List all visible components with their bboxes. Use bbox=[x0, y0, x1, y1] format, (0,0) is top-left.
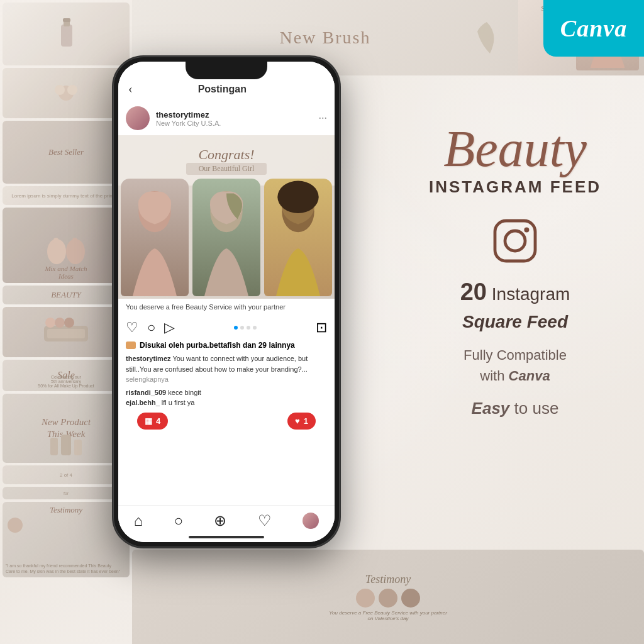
congrats-sub-text: Our Beautiful Girl bbox=[186, 163, 267, 175]
collage-item: BEAUTY bbox=[3, 286, 130, 304]
compatible-text: Fully Compatible with Canva bbox=[411, 345, 619, 386]
bottom-collage-testimony: Testimony You deserve a Free Beauty Serv… bbox=[132, 550, 644, 644]
back-button[interactable]: ‹ bbox=[128, 82, 133, 96]
congrats-text: Congrats! bbox=[198, 147, 254, 163]
compatible-line2: with bbox=[480, 368, 504, 384]
instagram-feed-label: INSTAGRAM FEED bbox=[411, 177, 619, 197]
svg-rect-11 bbox=[47, 329, 85, 338]
svg-rect-8 bbox=[53, 238, 58, 244]
right-content: Beauty INSTAGRAM FEED 20 Instagram Squar… bbox=[411, 126, 619, 418]
collage-item bbox=[3, 3, 130, 65]
profile-nav-button[interactable] bbox=[303, 513, 319, 529]
bookmark-button[interactable]: ⊡ bbox=[316, 319, 327, 336]
count-row: 20 Instagram bbox=[411, 279, 619, 306]
post-options-button[interactable]: ··· bbox=[319, 112, 328, 125]
post-caption: You deserve a free Beauty Service with y… bbox=[118, 299, 335, 316]
canva-compatible-label: Canva bbox=[509, 368, 550, 384]
heart-icon: ♥ bbox=[295, 416, 300, 426]
carousel-indicator bbox=[184, 326, 307, 330]
collage-item: Lorem ipsum is simply dummy text of the … bbox=[3, 186, 130, 205]
canva-badge: Canva bbox=[543, 0, 644, 57]
svg-point-26 bbox=[524, 227, 529, 232]
easy-text: Easy to use bbox=[411, 399, 619, 418]
collage-item bbox=[3, 307, 130, 357]
collage-item: Testimony "I am so thankful my friend re… bbox=[3, 502, 130, 577]
home-indicator bbox=[189, 536, 264, 538]
post-actions: ♡ ○ ▷ ⊡ bbox=[118, 316, 335, 340]
instagram-icon bbox=[490, 216, 540, 266]
likes-row: Disukai oleh purba.bettafish dan 29 lain… bbox=[118, 340, 335, 351]
add-nav-button[interactable]: ⊕ bbox=[214, 512, 226, 530]
count-label: Instagram bbox=[492, 284, 570, 304]
collage-item: 2 of 4 bbox=[3, 465, 130, 484]
comment-1-text: kece bingit bbox=[168, 389, 201, 396]
main-caption: thestorytimez You want to connect with y… bbox=[118, 351, 335, 387]
beauty-label: BEAUTY bbox=[51, 290, 81, 300]
left-collage-panel: Best Seller Lorem ipsum is simply dummy … bbox=[0, 0, 132, 644]
phone-outer: ‹ Postingan thestorytimez New York City … bbox=[113, 57, 340, 547]
collage-item bbox=[3, 68, 130, 118]
liked-by-text: Disukai oleh purba.bettafish dan 29 lain… bbox=[140, 341, 295, 350]
see-more-link[interactable]: selengkapnya bbox=[126, 375, 169, 383]
svg-rect-15 bbox=[50, 438, 58, 455]
like-button[interactable]: ♡ bbox=[126, 319, 138, 336]
phone-notch bbox=[186, 62, 267, 79]
search-nav-button[interactable]: ○ bbox=[174, 513, 184, 530]
comment-1: risfandi_509 kece bingit bbox=[118, 387, 335, 397]
instagram-icon-container bbox=[411, 216, 619, 266]
message-icon: ▦ bbox=[145, 416, 152, 426]
svg-rect-0 bbox=[61, 25, 72, 47]
girl-wendy-photo: WENDY bbox=[192, 179, 260, 296]
beauty-title: Beauty bbox=[411, 126, 619, 172]
message-notification: ▦ 4 bbox=[137, 413, 168, 430]
collage-item: for bbox=[3, 487, 130, 499]
svg-point-18 bbox=[8, 518, 23, 533]
caption-username[interactable]: thestorytimez bbox=[126, 355, 171, 362]
girl-sarah-photo: SARAH bbox=[121, 179, 189, 296]
post-image: Congrats! Our Beautiful Girl SARAH bbox=[118, 135, 335, 299]
svg-point-25 bbox=[505, 231, 525, 251]
home-nav-button[interactable]: ⌂ bbox=[134, 513, 143, 530]
svg-rect-2 bbox=[63, 18, 70, 22]
username[interactable]: thestorytimez bbox=[156, 110, 313, 119]
mix-match-label: Mix and MatchIdeas bbox=[45, 265, 87, 280]
screen-title: Postingan bbox=[198, 84, 247, 95]
commenter-2[interactable]: ejal.behh_ bbox=[126, 399, 160, 406]
collage-item: New ProductThis Week bbox=[3, 394, 130, 463]
user-avatar bbox=[126, 106, 150, 130]
svg-point-5 bbox=[67, 85, 77, 95]
message-count: 4 bbox=[156, 416, 160, 426]
svg-rect-17 bbox=[74, 440, 82, 455]
compatible-line1: Fully Compatible bbox=[464, 347, 567, 363]
activity-nav-button[interactable]: ♡ bbox=[258, 512, 272, 530]
dot-2 bbox=[240, 326, 244, 330]
location: New York City U.S.A. bbox=[156, 119, 313, 127]
dot-3 bbox=[247, 326, 250, 330]
dot-1 bbox=[234, 326, 238, 330]
svg-point-14 bbox=[64, 318, 74, 328]
collage-item: Sale Celebrating our5th anniversary50% f… bbox=[3, 360, 130, 391]
like-count: 1 bbox=[304, 416, 308, 426]
testimony-label: Testimony bbox=[50, 505, 82, 515]
girl-chloe-photo: CHLOE bbox=[264, 179, 332, 296]
svg-rect-9 bbox=[72, 238, 77, 244]
easy-italic-label: Easy bbox=[472, 399, 510, 418]
commenter-1[interactable]: risfandi_509 bbox=[126, 389, 166, 396]
svg-point-13 bbox=[55, 318, 65, 328]
svg-point-23 bbox=[277, 181, 318, 213]
user-info: thestorytimez New York City U.S.A. bbox=[156, 110, 313, 127]
square-feed-label: Square Feed bbox=[411, 312, 619, 332]
svg-point-12 bbox=[45, 318, 55, 328]
svg-rect-16 bbox=[61, 435, 71, 455]
collage-item: Mix and MatchIdeas bbox=[3, 208, 130, 283]
share-button[interactable]: ▷ bbox=[164, 319, 175, 336]
easy-suffix: to use bbox=[514, 399, 559, 418]
canva-logo: Canva bbox=[560, 14, 627, 42]
best-seller-label: Best Seller bbox=[48, 147, 84, 157]
notification-area: ▦ 4 ♥ 1 bbox=[118, 408, 335, 435]
comment-button[interactable]: ○ bbox=[147, 319, 155, 336]
dot-4 bbox=[253, 326, 257, 330]
instagram-screen: ‹ Postingan thestorytimez New York City … bbox=[118, 62, 335, 542]
comment-2: ejal.behh_ lfl u first ya bbox=[118, 397, 335, 408]
girls-photos: SARAH WENDY bbox=[118, 176, 335, 299]
